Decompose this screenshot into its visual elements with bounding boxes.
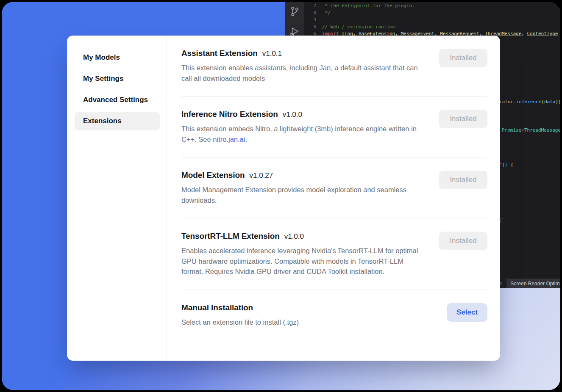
settings-sidebar: My Models My Settings Advanced Settings … (67, 36, 167, 361)
extension-title-line: Model Extension v1.0.27 (181, 171, 426, 180)
line-number: 3 (304, 10, 316, 17)
extension-row-nitro: Inference Nitro Extension v1.0.0 This ex… (181, 97, 487, 157)
select-file-button[interactable]: Select (447, 303, 487, 322)
code-fragment: rator.inference(data)); (499, 99, 560, 106)
code-fragment: ")) { (499, 162, 513, 169)
extension-name: Model Extension (181, 171, 245, 180)
code-line: 4 (304, 17, 560, 24)
code-line: 2 * The entrypoint for the plugin. (304, 3, 560, 10)
extension-description: Model Management Extension provides mode… (181, 185, 426, 205)
source-control-icon[interactable] (289, 6, 300, 17)
sidebar-item-label: Extensions (83, 117, 122, 125)
extension-name: TensortRT-LLM Extension (181, 232, 280, 241)
extension-info: TensortRT-LLM Extension v1.0.0 Enables a… (181, 232, 426, 277)
sidebar-item-label: Advanced Settings (83, 96, 148, 104)
code-fragment: Promise<ThreadMessage> (502, 127, 560, 134)
sidebar-item-extensions[interactable]: Extensions (75, 112, 160, 130)
extension-info: Model Extension v1.0.27 Model Management… (181, 171, 426, 205)
extension-row-assistant: Assistant Extension v1.0.1 This extensio… (181, 36, 487, 97)
sidebar-item-my-models[interactable]: My Models (75, 48, 160, 67)
extensions-list: Assistant Extension v1.0.1 This extensio… (167, 36, 500, 361)
extension-row-tensorrt: TensortRT-LLM Extension v1.0.0 Enables a… (181, 218, 487, 290)
screen-reader-status[interactable]: Screen Reader Optimized (506, 279, 560, 288)
extension-name: Assistant Extension (181, 49, 258, 58)
code-line: 5 // Web / extension runtime (304, 24, 560, 31)
extension-version: v1.0.0 (283, 110, 302, 119)
installed-button[interactable]: Installed (439, 49, 487, 67)
sidebar-item-advanced-settings[interactable]: Advanced Settings (75, 91, 160, 109)
installed-button[interactable]: Installed (439, 232, 487, 250)
code-text: * The entrypoint for the plugin. (316, 3, 415, 10)
extension-title-line: Inference Nitro Extension v1.0.0 (181, 110, 426, 119)
line-number: 2 (304, 3, 316, 10)
code-text: */ (316, 10, 331, 17)
line-number: 5 (304, 24, 316, 31)
extension-description: This extension embeds Nitro, a lightweig… (181, 124, 426, 144)
app-canvas: 2 * The entrypoint for the plugin. 3 */ … (2, 2, 560, 390)
installed-button[interactable]: Installed (439, 171, 487, 189)
code-text: // Web / extension runtime (316, 24, 395, 31)
extension-version: v1.0.27 (249, 171, 273, 180)
code-text (316, 17, 322, 24)
sidebar-item-label: My Settings (83, 75, 123, 83)
manual-install-info: Manual Installation Select an extension … (181, 303, 426, 328)
manual-install-title-line: Manual Installation (181, 303, 426, 312)
sidebar-item-my-settings[interactable]: My Settings (75, 69, 160, 88)
extension-title-line: Assistant Extension v1.0.1 (181, 49, 426, 58)
sidebar-item-label: My Models (83, 53, 120, 62)
line-number: 4 (304, 17, 316, 24)
extension-description: This extension enables assistants, inclu… (181, 63, 426, 83)
extension-info: Inference Nitro Extension v1.0.0 This ex… (181, 110, 426, 144)
extension-row-model: Model Extension v1.0.27 Model Management… (181, 157, 487, 218)
code-line: 3 */ (304, 10, 560, 17)
manual-install-title: Manual Installation (181, 303, 253, 312)
installed-button[interactable]: Installed (439, 110, 487, 128)
extension-title-line: TensortRT-LLM Extension v1.0.0 (181, 232, 426, 241)
extension-version: v1.0.0 (284, 232, 304, 241)
nitro-link[interactable]: nitro.jan.ai. (213, 135, 247, 143)
extension-description: Enables accelerated inference leveraging… (181, 246, 426, 277)
extension-version: v1.0.1 (262, 50, 282, 58)
extension-info: Assistant Extension v1.0.1 This extensio… (181, 49, 426, 83)
manual-installation-row: Manual Installation Select an extension … (181, 290, 487, 338)
extension-name: Inference Nitro Extension (181, 110, 278, 119)
manual-install-description: Select an extension file to install (.tg… (181, 317, 426, 328)
settings-modal: My Models My Settings Advanced Settings … (67, 36, 500, 361)
